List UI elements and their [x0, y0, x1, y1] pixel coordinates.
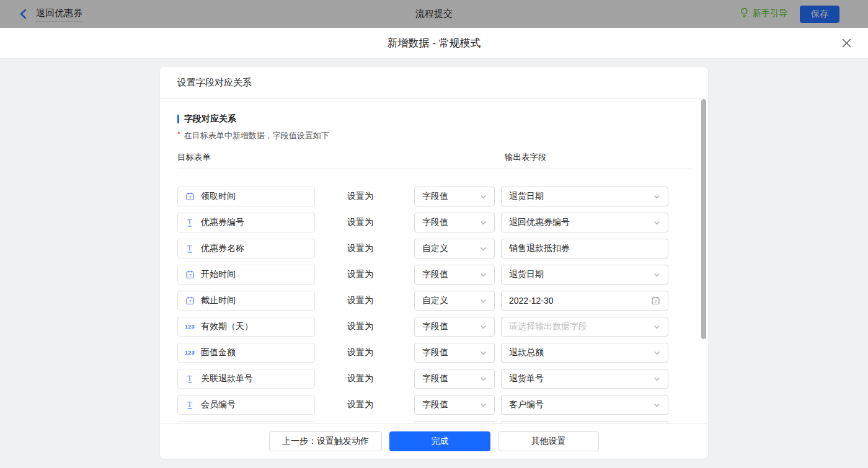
mode-select[interactable]: 自定义	[414, 291, 495, 311]
mapping-card: 设置字段对应关系 字段对应关系 *在目标表单中新增数据，字段值设置如下 目标表单…	[160, 67, 708, 459]
save-button[interactable]: 保存	[800, 6, 839, 23]
mapping-row: T会员编号设置为字段值客户编号	[177, 395, 691, 415]
output-value-box[interactable]: 销售退款抵扣券	[501, 239, 668, 258]
output-value-box[interactable]: 退款总额	[501, 343, 668, 363]
set-as-label: 设置为	[347, 347, 374, 358]
mapping-scroll-area[interactable]: 字段对应关系 *在目标表单中新增数据，字段值设置如下 目标表单 输出表字段 7领…	[160, 99, 708, 423]
set-as-label: 设置为	[347, 243, 374, 254]
calendar-icon: 7	[651, 296, 660, 306]
section-title: 字段对应关系	[184, 113, 236, 125]
output-value: 2022-12-30	[509, 296, 554, 306]
output-value: 退货日期	[509, 269, 544, 280]
set-as-label: 设置为	[347, 217, 374, 228]
chevron-down-icon	[653, 350, 660, 356]
mode-value: 字段值	[422, 191, 448, 202]
output-value-box[interactable]: 退货日期	[501, 265, 668, 285]
required-asterisk: *	[177, 130, 180, 139]
output-value: 退款总额	[509, 347, 544, 358]
mode-select[interactable]: 字段值	[414, 395, 495, 415]
svg-text:T: T	[187, 374, 192, 382]
other-settings-button[interactable]: 其他设置	[498, 431, 599, 451]
mode-select[interactable]: 自定义	[414, 239, 495, 258]
target-field-box[interactable]: T关联退款单号	[177, 369, 315, 389]
svg-text:7: 7	[188, 299, 191, 304]
mode-select[interactable]: 字段值	[414, 213, 495, 232]
previous-step-button[interactable]: 上一步：设置触发动作	[269, 431, 382, 451]
finish-button[interactable]: 完成	[389, 431, 490, 451]
target-field-box[interactable]: 123面值金额	[177, 343, 315, 363]
mapping-row: 123面值金额设置为字段值退款总额	[177, 343, 691, 363]
target-field-box[interactable]: T会员编号	[177, 395, 315, 415]
text-field-icon: T	[184, 244, 195, 254]
vertical-scrollbar-thumb[interactable]	[701, 99, 706, 339]
target-field-box[interactable]: 7领取时间	[177, 187, 315, 206]
section-accent-bar	[177, 115, 179, 123]
output-value-box[interactable]: 客户编号	[501, 395, 668, 415]
number-field-icon: 123	[184, 350, 195, 356]
mapping-row: T优惠券名称设置为自定义销售退款抵扣券	[177, 239, 691, 258]
target-field-box[interactable]: T优惠券编号	[177, 213, 315, 232]
chevron-down-icon	[480, 272, 487, 278]
output-value: 销售退款抵扣券	[509, 243, 570, 254]
mapping-row: 7开始时间设置为字段值退货日期	[177, 265, 691, 285]
mapping-row: 7领取时间设置为字段值退货日期	[177, 187, 691, 206]
output-value-box[interactable]: 退回优惠券编号	[501, 213, 668, 232]
target-field-label: 面值金额	[201, 347, 236, 358]
output-value-box[interactable]: 退货日期	[501, 187, 668, 206]
target-field-box[interactable]: 7开始时间	[177, 265, 315, 285]
mode-select[interactable]: 字段值	[414, 187, 495, 206]
set-as-label: 设置为	[347, 295, 374, 306]
chevron-down-icon	[480, 402, 487, 408]
target-field-box[interactable]: 7截止时间	[177, 291, 315, 311]
output-value-box[interactable]: 退货单号	[501, 369, 668, 389]
target-field-label: 关联退款单号	[201, 373, 253, 384]
dialog-header: 新增数据 - 常规模式	[0, 28, 868, 59]
lightbulb-icon	[740, 7, 749, 20]
mode-value: 自定义	[422, 295, 448, 306]
chevron-down-icon	[653, 376, 660, 382]
mode-select[interactable]: 字段值	[414, 369, 495, 389]
section-description: *在目标表单中新增数据，字段值设置如下	[177, 130, 691, 141]
target-field-box[interactable]: 123有效期（天）	[177, 317, 315, 337]
screen: 退回优惠券 流程提交 新手引导 保存 新增数据 - 常规模式 设置字段对应关系 …	[0, 0, 868, 468]
chevron-down-icon	[480, 193, 487, 200]
mode-value: 字段值	[422, 321, 448, 332]
chevron-down-icon	[653, 402, 660, 408]
target-field-label: 优惠券编号	[201, 217, 244, 228]
chevron-down-icon	[480, 376, 487, 382]
svg-text:T: T	[187, 218, 192, 226]
calendar-field-icon: 7	[184, 296, 195, 306]
chevron-down-icon	[480, 350, 487, 356]
output-value: 客户编号	[509, 399, 544, 410]
mode-select[interactable]: 字段值	[414, 317, 495, 337]
page-title: 流程提交	[0, 8, 868, 20]
target-field-label: 会员编号	[201, 399, 236, 410]
output-value: 请选择输出数据字段	[509, 321, 587, 332]
mapping-row: 7截止时间设置为自定义2022-12-307	[177, 291, 691, 311]
guide-label: 新手引导	[753, 8, 787, 19]
mapping-row: 123有效期（天）设置为字段值请选择输出数据字段	[177, 317, 691, 337]
chevron-down-icon	[653, 324, 660, 330]
output-value-box[interactable]: 请选择输出数据字段	[501, 317, 668, 337]
close-icon[interactable]	[841, 38, 852, 51]
dialog-footer: 上一步：设置触发动作 完成 其他设置	[160, 423, 708, 459]
target-field-box[interactable]: T优惠券名称	[177, 239, 315, 258]
chevron-down-icon	[653, 272, 660, 278]
chevron-down-icon	[480, 245, 487, 252]
output-value: 退货日期	[509, 191, 544, 202]
mode-select[interactable]: 字段值	[414, 265, 495, 285]
calendar-field-icon: 7	[184, 192, 195, 201]
target-field-label: 有效期（天）	[201, 321, 253, 332]
column-header-output: 输出表字段	[505, 152, 547, 163]
svg-text:7: 7	[188, 273, 191, 278]
top-navbar: 退回优惠券 流程提交 新手引导 保存	[0, 0, 868, 28]
beginner-guide-link[interactable]: 新手引导	[740, 7, 787, 20]
set-as-label: 设置为	[347, 269, 374, 280]
mode-value: 字段值	[422, 399, 448, 410]
number-field-icon: 123	[184, 324, 195, 330]
text-field-icon: T	[184, 218, 195, 227]
mode-select[interactable]: 字段值	[414, 343, 495, 363]
calendar-field-icon: 7	[184, 270, 195, 280]
chevron-down-icon	[480, 324, 487, 330]
output-value-box[interactable]: 2022-12-307	[501, 291, 668, 311]
